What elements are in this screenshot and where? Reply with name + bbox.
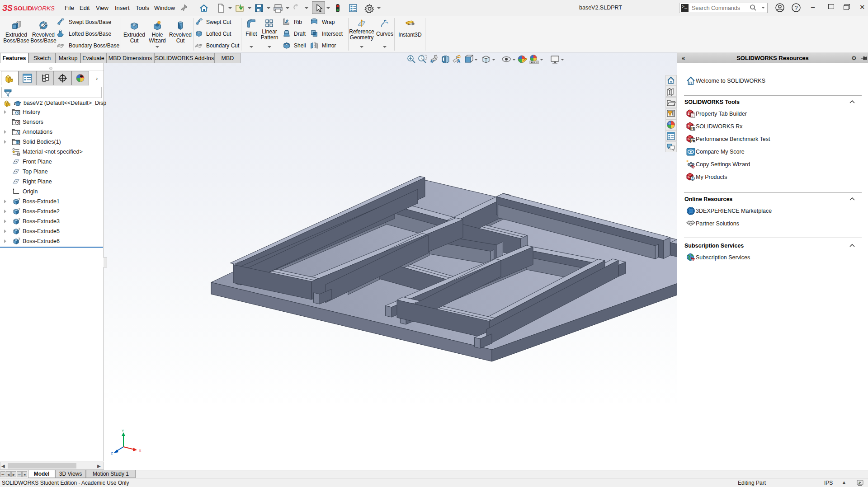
svg-text:WORKS: WORKS (32, 5, 55, 12)
svg-text:S: S (688, 137, 690, 140)
svg-text:S: S (688, 125, 690, 128)
svg-text:ЗS: ЗS (2, 4, 13, 13)
svg-text:A: A (16, 131, 19, 135)
svg-text:Y: Y (122, 430, 124, 433)
svg-text:A: A (457, 59, 460, 64)
svg-text:S: S (688, 112, 690, 115)
svg-text:SW: SW (692, 258, 696, 261)
svg-text:Z: Z (111, 451, 113, 454)
svg-text:X: X (139, 449, 142, 453)
svg-text:SOLID: SOLID (14, 5, 33, 12)
svg-text:S: S (688, 175, 690, 178)
svg-text:SW: SW (693, 166, 696, 169)
svg-text:?: ? (795, 5, 798, 11)
